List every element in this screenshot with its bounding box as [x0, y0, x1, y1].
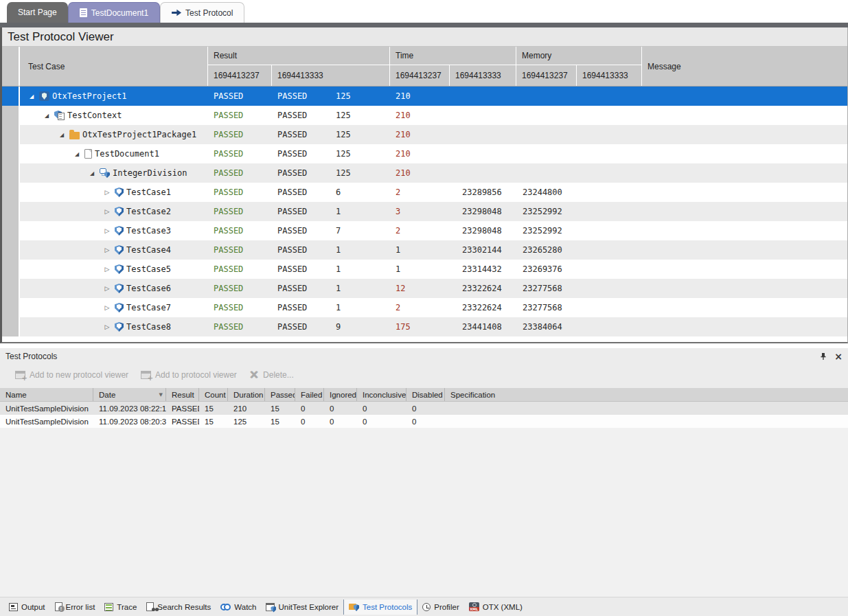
- expand-icon[interactable]: [102, 247, 112, 253]
- expand-icon[interactable]: [102, 323, 112, 330]
- tool-window-tab-error-list[interactable]: Error list: [50, 600, 100, 615]
- tab-test-protocol[interactable]: Test Protocol: [160, 2, 244, 23]
- protocol-column-header[interactable]: Disabled: [406, 388, 445, 401]
- tree-row[interactable]: TestCase1PASSEDPASSED622328985623244800: [2, 183, 847, 202]
- tab-testdocument1[interactable]: TestDocument1: [68, 2, 160, 23]
- expand-icon[interactable]: [102, 304, 112, 311]
- tree-row[interactable]: OtxTestProject1Package1PASSEDPASSED12521…: [2, 125, 847, 144]
- tool-window-tab-test-protocols[interactable]: Test Protocols: [343, 600, 417, 615]
- protocol-column-header[interactable]: Count: [199, 388, 228, 401]
- tree-row[interactable]: TestCase8PASSEDPASSED9175234414082338406…: [2, 317, 847, 336]
- expand-icon[interactable]: [102, 266, 112, 273]
- memory-run2-cell: 23252992: [517, 202, 582, 221]
- tree-row[interactable]: OtxTestProject1PASSEDPASSED125210: [2, 87, 847, 106]
- tool-window-tab-output[interactable]: Output: [4, 600, 50, 615]
- collapse-icon[interactable]: [72, 151, 82, 157]
- column-header-run2: 1694413333: [450, 65, 516, 86]
- add-to-new-protocol-viewer-button[interactable]: Add to new protocol viewer: [15, 370, 128, 380]
- result-run2-cell: PASSED: [272, 298, 330, 317]
- tree-row[interactable]: TestCase4PASSEDPASSED112330214423265280: [2, 240, 847, 260]
- tool-window-tab-watch[interactable]: Watch: [216, 600, 261, 615]
- column-label: Count: [205, 391, 226, 399]
- panel-splitter[interactable]: [0, 343, 848, 348]
- tree-row[interactable]: IntegerDivisionPASSEDPASSED125210: [2, 163, 847, 183]
- time-run1-cell: 1: [330, 260, 390, 279]
- result-run2-cell: PASSED: [272, 144, 330, 163]
- collapse-icon[interactable]: [42, 113, 51, 119]
- time-run2-cell: 175: [390, 317, 457, 336]
- test-case-label: TestCase2: [126, 207, 171, 216]
- test-case-cell: TestCase8: [20, 317, 208, 336]
- tree-row[interactable]: TestDocument1PASSEDPASSED125210: [2, 144, 847, 163]
- protocol-column-header[interactable]: Specification: [445, 388, 514, 401]
- document-icon: [80, 8, 87, 17]
- collapse-icon[interactable]: [27, 93, 36, 100]
- tool-window-tab-profiler[interactable]: Profiler: [417, 600, 463, 615]
- protocol-cell: 15: [265, 404, 295, 413]
- memory-run1-cell: [457, 163, 517, 183]
- protocol-row[interactable]: UnitTestSampleDivision11.09.2023 08:20:3…: [0, 415, 848, 428]
- protocol-column-header[interactable]: Date▼: [93, 388, 166, 401]
- tree-row[interactable]: TestContextPASSEDPASSED125210: [2, 106, 847, 125]
- tree-row[interactable]: TestCase2PASSEDPASSED132329804823252992: [2, 202, 847, 221]
- testcase-icon: [115, 284, 124, 293]
- test-case-cell: TestCase5: [20, 260, 208, 279]
- tool-window-tab-search-results[interactable]: Search Results: [141, 600, 216, 615]
- test-case-cell: TestCase3: [20, 221, 208, 240]
- protocol-cell: 0: [324, 404, 357, 413]
- time-run1-cell: 1: [330, 202, 390, 221]
- expand-icon[interactable]: [102, 208, 112, 215]
- diagram-icon: [100, 168, 110, 178]
- row-gutter: [2, 202, 20, 221]
- message-cell: [582, 163, 847, 183]
- collapse-icon[interactable]: [57, 132, 67, 138]
- tree-row[interactable]: TestCase6PASSEDPASSED1122332262423277568: [2, 279, 847, 298]
- protocol-row[interactable]: UnitTestSampleDivision11.09.2023 08:22:1…: [0, 402, 848, 415]
- protocol-column-header[interactable]: Passed: [265, 388, 295, 401]
- protocol-column-header[interactable]: Inconclusive: [357, 388, 406, 401]
- panel-titlebar: Test Protocols ×: [0, 348, 848, 365]
- tree-row[interactable]: TestCase3PASSEDPASSED722329804823252992: [2, 221, 847, 240]
- tree-row[interactable]: TestCase7PASSEDPASSED122332262423277568: [2, 298, 847, 317]
- time-run2-cell: 2: [390, 298, 457, 317]
- expand-icon[interactable]: [102, 227, 112, 234]
- page-title: Test Protocol Viewer: [8, 30, 114, 44]
- collapse-icon[interactable]: [87, 170, 97, 176]
- add-to-protocol-viewer-button[interactable]: Add to protocol viewer: [141, 370, 237, 380]
- column-label: Failed: [301, 391, 322, 399]
- time-run1-cell: 125: [330, 144, 390, 163]
- tab-label: TestDocument1: [91, 8, 148, 18]
- memory-run2-cell: 23384064: [517, 317, 582, 336]
- tool-window-tab-trace[interactable]: Trace: [100, 600, 141, 615]
- add-new-protocol-viewer-icon: [15, 371, 25, 379]
- expand-icon[interactable]: [102, 189, 112, 196]
- protocol-column-header[interactable]: Duration: [228, 388, 265, 401]
- result-run2-cell: PASSED: [272, 279, 330, 298]
- tree-grid-header: Test Case Result 1694413237 1694413333 T…: [2, 47, 847, 87]
- pin-icon[interactable]: [819, 352, 827, 361]
- result-run1-cell: PASSED: [208, 298, 272, 317]
- tree-row[interactable]: TestCase5PASSEDPASSED112331443223269376: [2, 260, 847, 279]
- protocol-column-header[interactable]: Result: [166, 388, 199, 401]
- tab-label: Search Results: [157, 603, 211, 611]
- protocol-column-header[interactable]: Failed: [295, 388, 324, 401]
- time-run1-cell: 125: [330, 163, 390, 183]
- panel-title: Test Protocols: [5, 352, 57, 361]
- expand-icon[interactable]: [102, 285, 112, 292]
- tab-start-page[interactable]: Start Page: [7, 2, 68, 23]
- protocol-column-header[interactable]: Ignored: [324, 388, 357, 401]
- protocol-cell: 15: [199, 404, 228, 413]
- button-label: Add to protocol viewer: [155, 370, 237, 380]
- tool-window-tab-unittest-explorer[interactable]: UnitTest Explorer: [261, 600, 343, 615]
- result-run2-cell: PASSED: [272, 163, 330, 183]
- test-protocols-icon: [349, 602, 359, 611]
- protocol-column-header[interactable]: Name: [0, 388, 93, 401]
- column-label: Passed: [271, 391, 295, 399]
- testcase-icon: [115, 303, 124, 312]
- close-icon[interactable]: ×: [834, 352, 843, 361]
- tool-window-tab-otx-xml[interactable]: OTX (XML): [464, 600, 527, 615]
- time-run2-cell: 12: [390, 279, 457, 298]
- memory-run2-cell: 23277568: [517, 279, 582, 298]
- delete-button[interactable]: Delete...: [249, 369, 294, 380]
- memory-run2-cell: [517, 163, 582, 183]
